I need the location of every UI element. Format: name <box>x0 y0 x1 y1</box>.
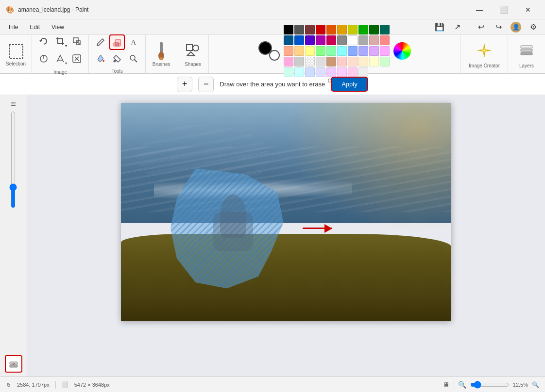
maximize-button[interactable]: ⬜ <box>493 2 515 17</box>
pencil-button[interactable] <box>93 34 108 50</box>
color-picker-wheel[interactable] <box>393 42 411 60</box>
zoom-out-status-icon[interactable]: 🔍 <box>458 381 466 389</box>
statusbar: 🖱 2584, 1707px ⬜ 5472 × 3648px 🖥 🔍 12.5%… <box>0 376 545 392</box>
color-swatch[interactable] <box>348 57 358 66</box>
redo-button[interactable]: ↪ <box>491 20 506 34</box>
zoom-in-status-icon[interactable]: 🔍 <box>532 381 539 388</box>
arrow-line <box>303 228 332 229</box>
rotate-button[interactable] <box>36 33 51 49</box>
color-swatch[interactable] <box>294 35 304 45</box>
svg-rect-0 <box>9 45 23 58</box>
menu-view[interactable]: View <box>47 22 69 33</box>
color-swatch[interactable] <box>337 67 347 77</box>
eraser-button[interactable] <box>109 34 125 50</box>
color-swatch[interactable] <box>326 67 336 77</box>
color-swatch[interactable] <box>305 57 315 66</box>
account-button[interactable]: 👤 <box>508 20 524 34</box>
undo-button[interactable]: ↩ <box>473 20 489 34</box>
minimize-button[interactable]: — <box>468 2 491 17</box>
color-swatch[interactable] <box>358 57 368 66</box>
color-swatch[interactable] <box>294 25 304 34</box>
ribbon-section-tools: A Tools <box>89 35 146 73</box>
color-swatch[interactable] <box>294 46 304 56</box>
shapes-icon-button[interactable] <box>183 41 203 61</box>
color-swatch[interactable] <box>316 57 325 66</box>
settings-button[interactable]: ⚙ <box>526 20 541 34</box>
zoom-out-button[interactable]: − <box>198 77 214 92</box>
color-swatch[interactable] <box>369 57 379 66</box>
color-swatch[interactable] <box>358 35 368 45</box>
arrow-indicator <box>293 221 332 235</box>
color-swatch[interactable] <box>284 67 293 77</box>
color-swatch[interactable] <box>337 57 347 66</box>
color-swatch[interactable] <box>337 46 347 56</box>
color-swatch[interactable] <box>284 46 293 56</box>
color-swatch[interactable] <box>326 25 336 34</box>
color-swatch[interactable] <box>369 25 379 34</box>
zoom-slider[interactable] <box>470 381 509 389</box>
color-swatch[interactable] <box>326 46 336 56</box>
paint-canvas[interactable] <box>121 103 451 321</box>
color-swatch[interactable] <box>358 67 368 77</box>
save-button[interactable]: 💾 <box>432 20 447 34</box>
main-area: ≡ <box>0 95 545 376</box>
zoom-in-button[interactable]: + <box>177 77 192 92</box>
share-button[interactable]: ↗ <box>449 20 465 34</box>
color-swatch[interactable] <box>284 25 293 34</box>
color-swatch[interactable] <box>305 35 315 45</box>
color-swatch[interactable] <box>348 35 358 45</box>
text-button[interactable]: A <box>126 34 141 50</box>
selection-icon[interactable] <box>6 42 26 61</box>
brush-icon-button[interactable] <box>152 41 171 61</box>
color-swatch[interactable] <box>305 25 315 34</box>
display-icon[interactable]: 🖥 <box>443 381 450 389</box>
cursor-position: 2584, 1707px <box>17 382 50 388</box>
color-swatch[interactable] <box>326 57 336 66</box>
color-swatch[interactable] <box>380 25 390 34</box>
color-swatch[interactable] <box>284 57 293 66</box>
color-swatch[interactable] <box>380 46 390 56</box>
menu-file[interactable]: File <box>4 22 23 33</box>
apply-button[interactable]: Apply <box>331 77 368 92</box>
canvas-area[interactable] <box>27 95 545 376</box>
color-swatch[interactable] <box>294 67 304 77</box>
layer-toggle-button[interactable] <box>5 355 22 373</box>
brush-size-slider[interactable] <box>11 111 15 208</box>
color-swatch[interactable] <box>337 25 347 34</box>
adjust-button[interactable] <box>36 51 51 66</box>
secondary-color-swatch[interactable] <box>269 50 280 61</box>
color-swatch[interactable] <box>380 35 390 45</box>
bg-remove-button[interactable] <box>69 51 85 66</box>
color-picker-button[interactable] <box>109 51 125 66</box>
color-swatch[interactable] <box>337 35 347 45</box>
color-swatch[interactable] <box>305 67 315 77</box>
color-swatch[interactable] <box>358 46 368 56</box>
color-swatch[interactable] <box>348 67 358 77</box>
color-swatch[interactable] <box>348 46 358 56</box>
color-swatch[interactable] <box>316 46 325 56</box>
menu-edit[interactable]: Edit <box>25 22 45 33</box>
color-swatch[interactable] <box>380 57 390 66</box>
layers-label: Layers <box>519 63 534 68</box>
resize-button[interactable] <box>69 33 85 49</box>
color-swatch[interactable] <box>326 35 336 45</box>
color-swatch[interactable] <box>305 46 315 56</box>
color-swatch[interactable] <box>284 35 293 45</box>
color-swatch[interactable] <box>316 67 325 77</box>
color-swatch[interactable] <box>369 46 379 56</box>
svg-line-14 <box>135 60 137 62</box>
color-swatch[interactable] <box>316 35 325 45</box>
image-creator-button[interactable] <box>474 40 495 61</box>
magnify-button[interactable] <box>126 51 141 66</box>
color-swatch[interactable] <box>369 35 379 45</box>
svg-text:A: A <box>131 38 136 47</box>
color-swatch[interactable] <box>358 25 368 34</box>
crop-button[interactable] <box>52 33 68 49</box>
color-swatch[interactable] <box>294 57 304 66</box>
color-swatch[interactable] <box>348 25 358 34</box>
layers-button[interactable] <box>516 40 537 61</box>
effects-button[interactable] <box>52 51 68 66</box>
color-swatch[interactable] <box>316 25 325 34</box>
fill-button[interactable] <box>93 51 108 66</box>
close-button[interactable]: ✕ <box>517 2 539 17</box>
